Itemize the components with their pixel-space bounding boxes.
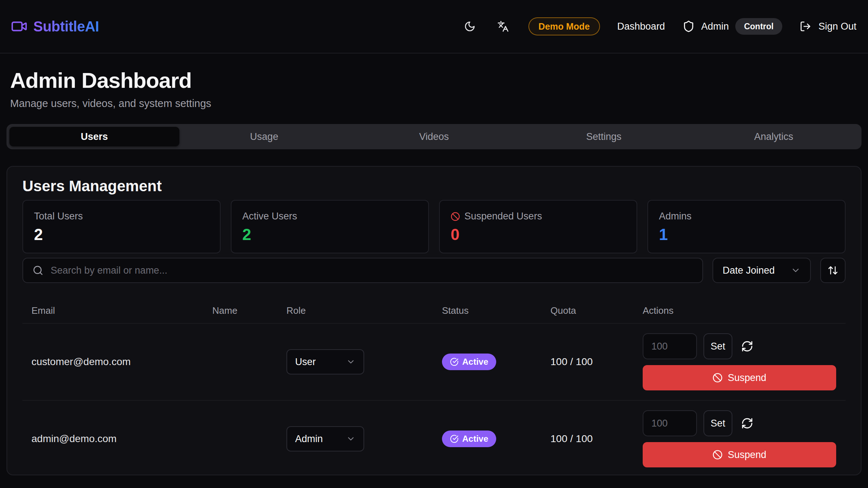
- users-management-panel: Users Management Total Users 2 Active Us…: [7, 166, 861, 475]
- suspend-label: Suspend: [728, 449, 766, 461]
- tab-videos[interactable]: Videos: [349, 127, 519, 146]
- control-badge: Control: [735, 18, 782, 35]
- brand-name: SubtitleAI: [33, 18, 99, 35]
- arrow-up-down-icon: [827, 265, 838, 276]
- log-out-icon: [800, 21, 811, 32]
- status-badge: Active: [442, 431, 496, 447]
- video-camera-icon: [11, 18, 27, 35]
- quota-value: 100 / 100: [541, 356, 634, 368]
- chevron-down-icon: [346, 357, 356, 367]
- set-quota-button[interactable]: Set: [703, 333, 732, 359]
- stat-label: Active Users: [242, 211, 417, 222]
- top-nav: SubtitleAI Demo Mode Dashboard Admin Con…: [0, 0, 868, 53]
- column-header-email: Email: [22, 305, 203, 316]
- circle-check-icon: [450, 435, 459, 443]
- search-icon: [33, 265, 43, 276]
- theme-toggle-button[interactable]: [462, 18, 478, 34]
- table-header: Email Name Role Status Quota Actions: [22, 298, 846, 324]
- set-quota-button[interactable]: Set: [703, 410, 732, 436]
- stat-card-suspended-users: Suspended Users 0: [439, 200, 637, 253]
- user-email: admin@demo.com: [22, 433, 203, 445]
- stat-value: 2: [242, 226, 417, 244]
- page-subtitle: Manage users, videos, and system setting…: [10, 98, 857, 110]
- role-value: User: [295, 356, 316, 368]
- stats-row: Total Users 2 Active Users 2 Suspended U…: [22, 200, 846, 253]
- tab-analytics[interactable]: Analytics: [689, 127, 859, 146]
- suspend-button[interactable]: Suspend: [643, 442, 836, 467]
- stat-card-total-users: Total Users 2: [22, 200, 221, 253]
- circle-check-icon: [450, 358, 459, 366]
- refresh-quota-button[interactable]: [741, 340, 753, 352]
- sort-direction-button[interactable]: [820, 258, 846, 283]
- stat-card-admins: Admins 1: [647, 200, 846, 253]
- status-label: Active: [462, 434, 488, 444]
- refresh-quota-button[interactable]: [741, 417, 753, 429]
- column-header-actions: Actions: [634, 305, 846, 316]
- panel-title: Users Management: [22, 177, 846, 195]
- languages-icon: [497, 21, 509, 32]
- sign-out-label: Sign Out: [818, 21, 856, 32]
- tab-bar: Users Usage Videos Settings Analytics: [7, 124, 861, 149]
- status-badge: Active: [442, 354, 496, 370]
- quota-input[interactable]: [643, 410, 697, 436]
- ban-icon: [712, 450, 723, 460]
- tab-usage[interactable]: Usage: [179, 127, 349, 146]
- quota-input[interactable]: [643, 333, 697, 359]
- refresh-icon: [741, 340, 753, 352]
- column-header-quota: Quota: [541, 305, 634, 316]
- stat-value: 1: [659, 226, 834, 244]
- brand-logo[interactable]: SubtitleAI: [11, 18, 99, 35]
- page-header: Admin Dashboard Manage users, videos, an…: [0, 53, 868, 110]
- search-input[interactable]: [51, 265, 693, 276]
- table-row: customer@demo.com User Active 100 / 100: [22, 324, 846, 401]
- column-header-name: Name: [203, 305, 277, 316]
- ban-icon: [712, 373, 723, 383]
- tab-settings[interactable]: Settings: [519, 127, 689, 146]
- role-select[interactable]: User: [286, 349, 364, 374]
- status-label: Active: [462, 357, 488, 367]
- nav-right: Demo Mode Dashboard Admin Control Sign O…: [462, 17, 856, 35]
- sort-field-select[interactable]: Date Joined: [712, 258, 811, 283]
- actions-cell: Set Suspend: [634, 333, 846, 390]
- tab-users[interactable]: Users: [9, 127, 179, 146]
- shield-icon: [682, 20, 695, 33]
- suspend-label: Suspend: [728, 372, 766, 384]
- role-value: Admin: [295, 433, 323, 445]
- role-select[interactable]: Admin: [286, 426, 364, 451]
- column-header-role: Role: [277, 305, 433, 316]
- quota-value: 100 / 100: [541, 433, 634, 445]
- moon-icon: [464, 21, 476, 32]
- column-header-status: Status: [433, 305, 541, 316]
- sign-out-button[interactable]: Sign Out: [800, 21, 856, 32]
- admin-label: Admin: [701, 21, 729, 32]
- stat-card-active-users: Active Users 2: [231, 200, 429, 253]
- stat-label: Suspended Users: [464, 211, 542, 222]
- suspend-button[interactable]: Suspend: [643, 365, 836, 390]
- nav-link-dashboard[interactable]: Dashboard: [617, 21, 665, 32]
- stat-value: 2: [34, 226, 209, 244]
- stat-label: Admins: [659, 211, 834, 222]
- page-title: Admin Dashboard: [10, 69, 857, 93]
- language-toggle-button[interactable]: [495, 18, 511, 34]
- admin-group: Admin Control: [682, 18, 782, 35]
- chevron-down-icon: [791, 265, 801, 275]
- demo-mode-badge: Demo Mode: [528, 17, 600, 35]
- search-box: [22, 258, 703, 283]
- ban-icon: [451, 212, 460, 221]
- actions-cell: Set Suspend: [634, 410, 846, 467]
- chevron-down-icon: [346, 434, 356, 444]
- stat-value: 0: [451, 226, 626, 244]
- sort-field-value: Date Joined: [723, 265, 775, 276]
- table-row: admin@demo.com Admin Active 100 / 100 Se: [22, 401, 846, 475]
- stat-label: Total Users: [34, 211, 209, 222]
- user-email: customer@demo.com: [22, 356, 203, 368]
- refresh-icon: [741, 417, 753, 429]
- search-row: Date Joined: [22, 258, 846, 283]
